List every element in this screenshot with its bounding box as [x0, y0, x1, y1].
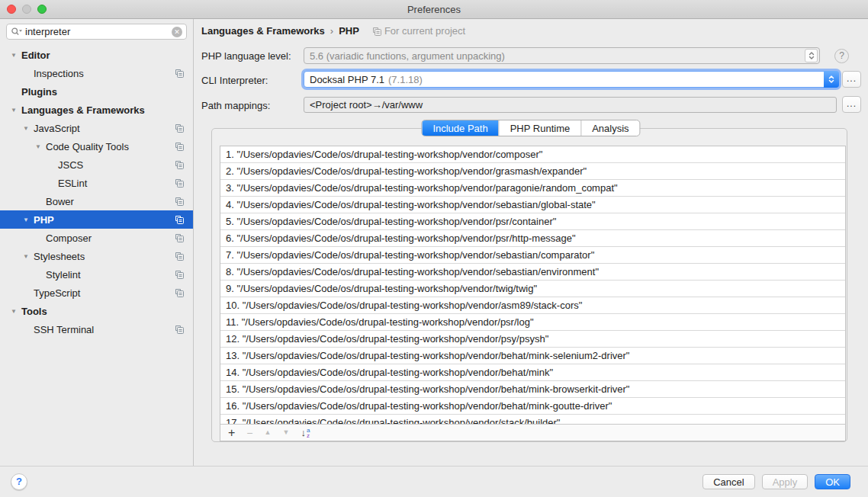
sidebar-item-php[interactable]: ▼PHP — [0, 210, 193, 229]
sidebar-item-label: JavaScript — [34, 123, 80, 134]
sidebar-item-label: JSCS — [58, 159, 83, 171]
expand-arrow-icon[interactable]: ▼ — [18, 253, 34, 260]
path-mappings-browse-button[interactable]: ... — [842, 96, 861, 113]
scope-note: For current project — [372, 25, 465, 37]
project-scope-icon — [175, 69, 184, 78]
sidebar-item-bower[interactable]: Bower — [0, 192, 193, 210]
sidebar-item-tools[interactable]: ▼Tools — [0, 302, 193, 320]
sidebar-item-label: Inspections — [34, 68, 84, 79]
include-path-row[interactable]: 6. "/Users/opdavies/Code/os/drupal-testi… — [220, 230, 845, 247]
help-button[interactable]: ? — [11, 473, 27, 490]
include-path-row[interactable]: 9. "/Users/opdavies/Code/os/drupal-testi… — [220, 281, 845, 297]
settings-search-box[interactable]: ✕ — [6, 24, 187, 40]
include-path-row[interactable]: 16. "/Users/opdavies/Code/os/drupal-test… — [220, 398, 845, 415]
sidebar-item-jscs[interactable]: JSCS — [0, 156, 193, 174]
cli-interpreter-version: (7.1.18) — [388, 74, 423, 85]
move-down-button[interactable]: ▼ — [282, 429, 289, 436]
include-path-row[interactable]: 8. "/Users/opdavies/Code/os/drupal-testi… — [220, 264, 845, 281]
project-scope-icon — [175, 123, 184, 133]
project-scope-icon — [175, 215, 184, 224]
sidebar-item-label: Stylelint — [46, 269, 81, 281]
cli-interpreter-browse-button[interactable]: ... — [842, 71, 861, 88]
expand-arrow-icon[interactable]: ▼ — [31, 143, 46, 150]
breadcrumb-current: PHP — [339, 25, 359, 37]
add-path-button[interactable]: + — [228, 427, 235, 439]
breadcrumb-parent[interactable]: Languages & Frameworks — [201, 25, 325, 37]
sidebar-item-code-quality-tools[interactable]: ▼Code Quality Tools — [0, 137, 193, 156]
include-path-panel: 1. "/Users/opdavies/Code/os/drupal-testi… — [211, 128, 847, 442]
cli-interpreter-label: CLI Interpreter: — [201, 75, 268, 86]
project-scope-icon — [372, 27, 381, 36]
ok-button[interactable]: OK — [815, 474, 850, 489]
sidebar-item-label: Composer — [46, 232, 92, 244]
zoom-window-button[interactable] — [37, 5, 47, 14]
window-controls — [7, 5, 47, 14]
sidebar-item-label: ESLint — [58, 178, 87, 189]
include-path-row[interactable]: 13. "/Users/opdavies/Code/os/drupal-test… — [220, 348, 845, 364]
sidebar-item-inspections[interactable]: Inspections — [0, 64, 193, 82]
language-level-label: PHP language level: — [201, 50, 291, 62]
include-path-row[interactable]: 10. "/Users/opdavies/Code/os/drupal-test… — [220, 297, 845, 314]
sidebar-item-stylelint[interactable]: Stylelint — [0, 265, 193, 284]
close-window-button[interactable] — [7, 5, 16, 14]
clear-search-icon[interactable]: ✕ — [172, 27, 182, 37]
expand-arrow-icon[interactable]: ▼ — [18, 216, 34, 223]
tab-include-path[interactable]: Include Path — [422, 120, 498, 136]
include-path-row[interactable]: 14. "/Users/opdavies/Code/os/drupal-test… — [220, 364, 845, 381]
sidebar-item-label: Plugins — [21, 86, 57, 98]
breadcrumb-separator-icon: › — [330, 25, 333, 37]
apply-button[interactable]: Apply — [762, 474, 809, 489]
language-level-combobox[interactable]: 5.6 (variadic functions, argument unpack… — [304, 47, 820, 64]
project-scope-icon — [175, 270, 184, 279]
sidebar-item-typescript[interactable]: TypeScript — [0, 284, 193, 302]
view-tabs: Include PathPHP RuntimeAnalysis — [421, 120, 640, 136]
expand-arrow-icon[interactable]: ▼ — [6, 107, 21, 114]
sort-alphabetically-button[interactable]: ↓ a z — [301, 428, 310, 438]
stepper-chevrons-icon[interactable] — [824, 71, 839, 88]
path-mappings-field[interactable]: <Project root>→/var/www — [304, 97, 837, 113]
list-toolbar: + − ▲ ▼ ↓ a z — [220, 424, 845, 441]
include-path-row[interactable]: 5. "/Users/opdavies/Code/os/drupal-testi… — [220, 213, 845, 230]
include-path-row[interactable]: 1. "/Users/opdavies/Code/os/drupal-testi… — [220, 146, 845, 163]
include-path-row[interactable]: 15. "/Users/opdavies/Code/os/drupal-test… — [220, 381, 845, 398]
sidebar-item-label: Tools — [21, 306, 47, 317]
scope-label: For current project — [384, 25, 465, 37]
help-icon[interactable]: ? — [834, 49, 849, 63]
include-path-list-box: 1. "/Users/opdavies/Code/os/drupal-testi… — [220, 146, 846, 441]
cli-interpreter-combobox[interactable]: Docksal PHP 7.1 (7.1.18) — [304, 71, 839, 88]
search-input[interactable] — [25, 26, 172, 37]
include-path-row[interactable]: 11. "/Users/opdavies/Code/os/drupal-test… — [220, 314, 845, 331]
sidebar-item-eslint[interactable]: ESLint — [0, 174, 193, 192]
include-path-row[interactable]: 4. "/Users/opdavies/Code/os/drupal-testi… — [220, 197, 845, 213]
remove-path-button[interactable]: − — [246, 428, 252, 438]
sort-z-label: z — [307, 433, 310, 438]
sidebar-item-stylesheets[interactable]: ▼Stylesheets — [0, 247, 193, 265]
sidebar-item-plugins[interactable]: Plugins — [0, 82, 193, 101]
expand-arrow-icon[interactable]: ▼ — [6, 52, 21, 59]
sidebar-item-languages-frameworks[interactable]: ▼Languages & Frameworks — [0, 101, 193, 119]
include-path-row[interactable]: 17. "/Users/opdavies/Code/os/drupal-test… — [220, 415, 845, 424]
sidebar-item-javascript[interactable]: ▼JavaScript — [0, 119, 193, 137]
tab-php-runtime[interactable]: PHP Runtime — [499, 120, 581, 136]
sidebar-item-editor[interactable]: ▼Editor — [0, 46, 193, 64]
sidebar-item-label: Code Quality Tools — [46, 141, 129, 152]
sidebar-item-ssh-terminal[interactable]: SSH Terminal — [0, 320, 193, 338]
include-path-list: 1. "/Users/opdavies/Code/os/drupal-testi… — [220, 146, 845, 424]
include-path-row[interactable]: 7. "/Users/opdavies/Code/os/drupal-testi… — [220, 247, 845, 264]
cancel-button[interactable]: Cancel — [702, 474, 754, 489]
project-scope-icon — [175, 142, 184, 151]
include-path-row[interactable]: 3. "/Users/opdavies/Code/os/drupal-testi… — [220, 180, 845, 197]
include-path-row[interactable]: 12. "/Users/opdavies/Code/os/drupal-test… — [220, 331, 845, 348]
move-up-button[interactable]: ▲ — [265, 429, 272, 436]
php-settings-page: Languages & Frameworks › PHP For current… — [194, 19, 868, 466]
sidebar-item-label: SSH Terminal — [34, 324, 94, 335]
title-bar[interactable]: Preferences — [0, 0, 868, 19]
tab-analysis[interactable]: Analysis — [580, 120, 639, 136]
include-path-row[interactable]: 2. "/Users/opdavies/Code/os/drupal-testi… — [220, 163, 845, 180]
expand-arrow-icon[interactable]: ▼ — [6, 308, 21, 315]
expand-arrow-icon[interactable]: ▼ — [18, 125, 34, 132]
stepper-chevrons-icon[interactable] — [805, 49, 818, 63]
sidebar-item-composer[interactable]: Composer — [0, 229, 193, 247]
project-scope-icon — [175, 325, 184, 334]
search-icon — [11, 27, 23, 37]
